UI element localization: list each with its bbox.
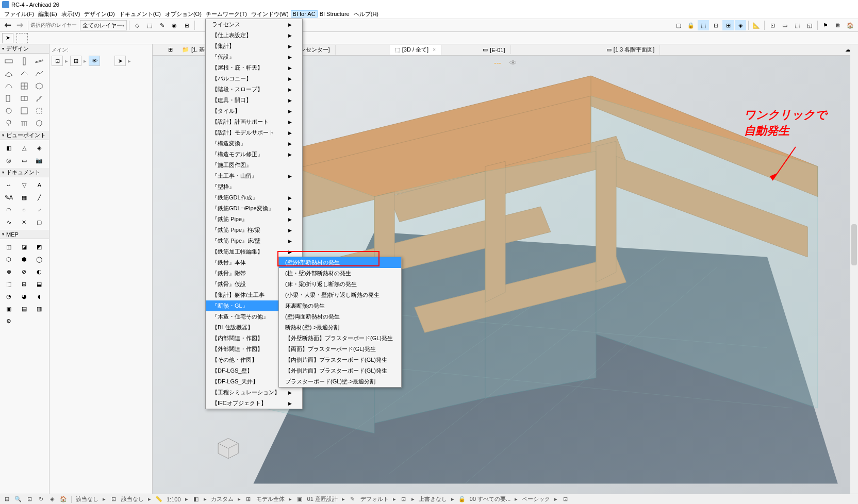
menu-window[interactable]: ウインドウ(W) [249, 10, 291, 19]
menu-rebar-pipe-floor[interactable]: 『鉄筋 Pipe』床/壁▶ [206, 236, 302, 246]
menu-earthwork[interactable]: 『土工事・山留』▶ [206, 171, 302, 181]
menu-bi-structure[interactable]: BI Structure [318, 10, 352, 18]
tab-grid-icon[interactable]: ⊞ [168, 46, 173, 53]
pointer-mode[interactable]: ➤ [114, 56, 126, 66]
menu-finish[interactable]: 【仕上表設定】▶ [206, 30, 302, 41]
menu-construction-draw[interactable]: 『施工図作図』 [206, 160, 302, 171]
menu-file[interactable]: ファイル(F) [2, 10, 36, 19]
scrollbar-thumb[interactable] [851, 224, 857, 265]
menu-formwork[interactable]: 『型枠』 [206, 181, 302, 192]
menu-opening[interactable]: 【建具・開口】▶ [206, 95, 302, 106]
object-tool[interactable] [2, 105, 15, 116]
status-icon-2[interactable]: 🔍 [14, 496, 22, 503]
mep-11[interactable]: ⊞ [18, 278, 31, 290]
mep-2[interactable]: ◪ [18, 241, 31, 253]
menu-rebar-gdl[interactable]: 『鉄筋GDL作成』▶ [206, 192, 302, 203]
arrow-tool[interactable]: ➤ [2, 33, 13, 43]
menu-struct-convert[interactable]: 『構造変換』▶ [206, 138, 302, 149]
tab-4[interactable]: ▭[E-01] [477, 45, 510, 54]
mode-1[interactable]: ⊡ [52, 56, 63, 66]
mode-2[interactable]: ⊞ [70, 56, 81, 66]
mep-13[interactable]: ◔ [2, 291, 15, 302]
dimension-tool[interactable]: ↔ [2, 179, 15, 191]
menu-options[interactable]: オプション(O) [163, 10, 204, 19]
menu-rebar-gdl-pipe[interactable]: 『鉄筋GDL⇒Pipe変換』▶ [206, 203, 302, 214]
interior-tool[interactable]: ◈ [32, 142, 46, 154]
menu-roof[interactable]: 【屋根・庇・軒天】▶ [206, 62, 302, 73]
mep-16[interactable]: ▣ [2, 303, 15, 314]
menu-design[interactable]: デザイン(D) [82, 10, 117, 19]
sub-floor-beam-return[interactable]: (床・梁)折り返し断熱の発生 [279, 279, 401, 290]
sub-both-plaster[interactable]: 【両面】プラスターボード(GL)発生 [279, 344, 401, 355]
menu-aggregate[interactable]: 【集計】▶ [206, 41, 302, 52]
slab-tool[interactable] [2, 68, 15, 79]
cube-tool[interactable] [32, 117, 46, 129]
menu-edit[interactable]: 編集(E) [36, 10, 59, 19]
tool-view-4[interactable]: ⊡ [710, 20, 721, 30]
sub-wall-ext-insulation[interactable]: (壁)外部断熱材の発生 [279, 257, 401, 268]
status-icon-11[interactable]: ✎ [349, 496, 356, 503]
status-model[interactable]: モデル全体 [256, 495, 285, 503]
status-icon-7[interactable]: ⊡ [110, 496, 117, 503]
mep-4[interactable]: ⬡ [2, 254, 15, 265]
status-design[interactable]: 01 意匠設計 [307, 495, 338, 503]
status-scale[interactable]: 1:100 [167, 496, 181, 502]
palette-document-header[interactable]: ▾ドキュメント [0, 168, 49, 177]
status-icon-13[interactable]: 🔓 [458, 496, 466, 503]
redo-button[interactable] [14, 20, 26, 30]
mep-12[interactable]: ⬓ [32, 278, 46, 290]
shell-tool[interactable] [2, 80, 15, 92]
tab-3[interactable]: ⬚[3D / 全て]× [390, 45, 441, 55]
menu-construction-sim[interactable]: 【工程シミュレーション】▶ [206, 387, 302, 398]
menu-bi-for-ac[interactable]: BI for AC [291, 10, 318, 18]
palette-viewpoint-header[interactable]: ▾ビューポイント [0, 131, 49, 140]
window-tool[interactable] [18, 93, 31, 104]
tool-nav-2[interactable]: ▭ [779, 20, 790, 30]
menu-view[interactable]: 表示(V) [59, 10, 82, 19]
mep-gear[interactable]: ⚙ [2, 315, 15, 327]
tool-home[interactable]: 🏠 [845, 20, 856, 30]
sub-wall-both[interactable]: (壁)両面断熱材の発生 [279, 311, 401, 322]
section-tool[interactable]: ◧ [2, 142, 15, 154]
tool-nav-1[interactable]: ⊡ [767, 20, 778, 30]
mep-8[interactable]: ⊘ [18, 266, 31, 277]
tool-1[interactable]: ◇ [131, 20, 143, 30]
menu-license[interactable]: ライセンス▶ [206, 19, 302, 30]
status-default[interactable]: デフォルト [360, 495, 389, 503]
tool-2[interactable]: ⬚ [144, 20, 155, 30]
figure-tool[interactable]: ▢ [32, 216, 46, 228]
mep-9[interactable]: ◐ [32, 266, 46, 277]
fill-tool[interactable]: ▦ [18, 192, 31, 203]
zone-tool[interactable] [18, 105, 31, 116]
menu-help[interactable]: ヘルプ(H) [352, 10, 381, 19]
sub-floor-under[interactable]: 床裏断熱の発生 [279, 300, 401, 311]
sub-beam-wall-return[interactable]: (小梁・大梁・壁)折り返し断熱の発生 [279, 290, 401, 300]
status-icon-14[interactable]: ⊡ [562, 496, 569, 503]
camera-tool[interactable]: 📷 [32, 155, 46, 166]
stair-tool[interactable] [32, 93, 46, 104]
mep-15[interactable]: ◖ [32, 291, 46, 302]
label-tool[interactable]: ✎A [2, 192, 15, 203]
status-icon-3[interactable]: ⊡ [26, 496, 33, 503]
menu-rebar-edit[interactable]: 【鉄筋加工帳編集】▶ [206, 246, 302, 257]
vertical-scrollbar[interactable] [850, 44, 858, 494]
menu-document[interactable]: ドキュメント(C) [117, 10, 163, 19]
wall-tool[interactable] [2, 56, 15, 67]
menu-ifc-object[interactable]: 【IFCオブジェクト】▶ [206, 398, 302, 409]
tool-4[interactable]: ◉ [169, 20, 180, 30]
tool-nav-3[interactable]: ⬚ [791, 20, 803, 30]
tool-5[interactable]: ⊞ [181, 20, 192, 30]
menu-tile[interactable]: 【タイル】▶ [206, 106, 302, 116]
menu-plan-support[interactable]: 【設計】計画サポート▶ [206, 116, 302, 127]
railing-tool[interactable] [18, 117, 31, 129]
status-icon-5[interactable]: ◈ [48, 496, 56, 503]
column-tool[interactable] [18, 56, 31, 67]
polyline-tool[interactable]: ⟋ [32, 204, 46, 215]
roof-tool[interactable] [18, 68, 31, 79]
status-icon-6[interactable]: 🏠 [60, 496, 67, 503]
status-icon-4[interactable]: ↻ [37, 496, 44, 503]
sub-inner-plaster[interactable]: 【内側片面】プラスターボード(GL)発生 [279, 355, 401, 365]
menu-model-support[interactable]: 【設計】モデルサポート▶ [206, 127, 302, 138]
menu-teamwork[interactable]: チームワーク(T) [204, 10, 249, 19]
hide-icon[interactable]: --- [494, 59, 501, 67]
